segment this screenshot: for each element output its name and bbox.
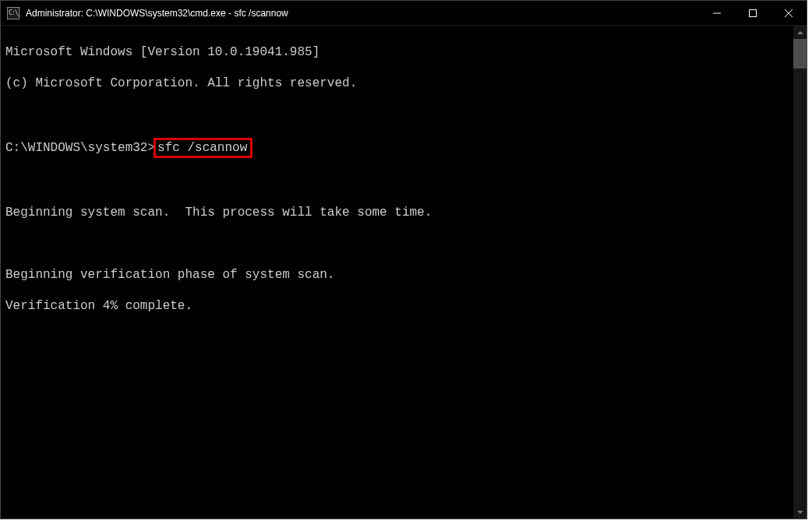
scroll-track[interactable]: [793, 39, 807, 505]
svg-rect-0: [750, 10, 757, 17]
scroll-down-arrow-icon[interactable]: [793, 505, 807, 519]
cmd-icon: [7, 7, 19, 19]
output-blank: [5, 174, 790, 189]
window-title: Administrator: C:\WINDOWS\system32\cmd.e…: [26, 8, 288, 19]
scroll-up-arrow-icon[interactable]: [793, 26, 807, 39]
minimize-button[interactable]: [699, 1, 735, 26]
output-line: Microsoft Windows [Version 10.0.19041.98…: [5, 44, 790, 60]
output-line: Beginning system scan. This process will…: [5, 205, 790, 220]
terminal-output[interactable]: Microsoft Windows [Version 10.0.19041.98…: [1, 26, 793, 519]
prompt-line: C:\WINDOWS\system32>sfc /scannow: [5, 138, 790, 158]
window-controls: [699, 1, 807, 25]
titlebar[interactable]: Administrator: C:\WINDOWS\system32\cmd.e…: [1, 1, 807, 26]
scroll-thumb[interactable]: [793, 39, 807, 69]
command-highlight: sfc /scannow: [154, 138, 252, 158]
maximize-button[interactable]: [735, 1, 771, 26]
output-line: Verification 4% complete.: [5, 298, 790, 314]
cmd-window: Administrator: C:\WINDOWS\system32\cmd.e…: [0, 0, 807, 519]
content-area: Microsoft Windows [Version 10.0.19041.98…: [1, 26, 807, 519]
prompt-path: C:\WINDOWS\system32>: [5, 141, 155, 155]
output-line: Beginning verification phase of system s…: [5, 267, 790, 283]
output-line: (c) Microsoft Corporation. All rights re…: [5, 76, 790, 91]
output-blank: [5, 236, 790, 251]
close-button[interactable]: [771, 1, 807, 26]
vertical-scrollbar[interactable]: [793, 26, 807, 519]
output-blank: [5, 107, 790, 122]
typed-command: sfc /scannow: [157, 141, 247, 155]
